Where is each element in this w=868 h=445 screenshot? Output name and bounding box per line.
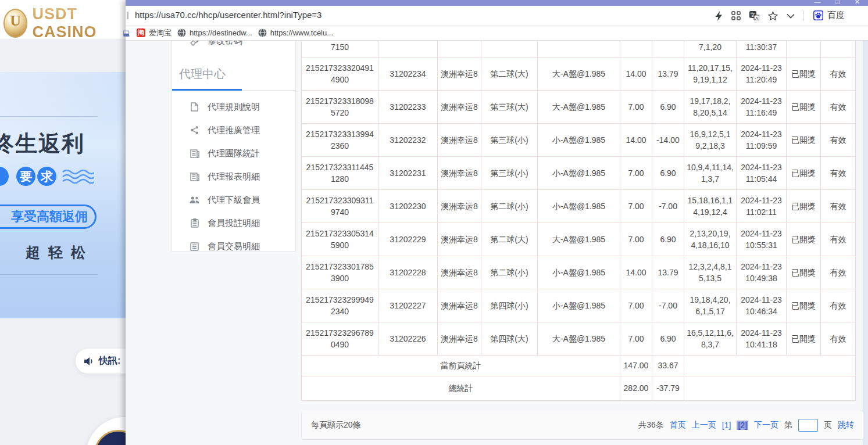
jump-suffix: 页: [824, 420, 832, 430]
cell-amount: 14.00: [620, 58, 652, 91]
cell-order: 7150: [301, 41, 378, 58]
sidebar-item[interactable]: 代理下級會員: [172, 188, 295, 211]
summary-label: 總統計: [301, 376, 620, 401]
cell-valid: 有效: [821, 157, 856, 190]
cell-time: 2024-11-23 10:55:31: [737, 223, 787, 256]
cell-game: 澳洲幸运8: [438, 58, 481, 91]
cell-status: 已開獎: [787, 256, 821, 289]
cell-winloss: -7.00: [652, 190, 684, 223]
lightning-icon[interactable]: [715, 11, 723, 21]
sidebar-item[interactable]: 會員投註明細: [172, 211, 295, 235]
cell-amount: [620, 41, 652, 58]
table-body: 2152173233204914900 31202234 澳洲幸运8 第二球(大…: [301, 58, 856, 356]
page-1-link[interactable]: [1]: [722, 421, 731, 430]
cell-status: 已開獎: [787, 91, 821, 124]
bookmark-star-icon[interactable]: [768, 11, 778, 21]
cell-time: 2024-11-23 11:09:59: [737, 124, 787, 157]
cell-order: 2152173233053145900: [301, 223, 378, 256]
cell-content: [538, 41, 620, 58]
pagination-bar: 每頁顯示20條 共36条 首页 上一页 [1] [2] 下一页 第 页 跳转: [301, 411, 864, 440]
clipped-bookmark-icon[interactable]: ⬓: [123, 28, 131, 37]
casino-logo[interactable]: U USDT CASINO: [3, 5, 126, 41]
table-row: 2152173233114451280 31202231 澳洲幸运8 第三球(小…: [301, 157, 856, 190]
wrench-icon: [190, 41, 199, 46]
page-2-current[interactable]: [2]: [737, 421, 748, 430]
search-engine-label: 百度: [827, 10, 845, 21]
cell-valid: [821, 41, 856, 58]
sidebar-clipped-item[interactable]: 修改密碼: [172, 41, 295, 49]
summary-amount: 282.00: [620, 376, 652, 401]
jump-prefix: 第: [784, 420, 792, 430]
jump-button[interactable]: 跳转: [838, 420, 854, 430]
bookmark-item[interactable]: https://www.tcelu...: [258, 28, 333, 37]
bookmark-label: 爱淘宝: [149, 28, 172, 38]
url-text[interactable]: https://usa70.cc/hhcp/usercenter.html?in…: [135, 10, 322, 20]
cell-content: 大-A盤@1.985: [538, 91, 620, 124]
cell-order: 2152173233180985720: [301, 91, 378, 124]
logo-letter: U: [5, 12, 26, 30]
cell-content: 大-A盤@1.985: [538, 58, 620, 91]
translate-icon[interactable]: 文 A: [749, 11, 759, 20]
cell-winloss: -7.00: [652, 289, 684, 322]
cell-game: 澳洲幸运8: [438, 256, 481, 289]
cell-order: 2152173233204914900: [301, 58, 378, 91]
cell-order: 2152173233114451280: [301, 157, 378, 190]
next-page-link[interactable]: 下一页: [754, 420, 778, 430]
address-bar[interactable]: https://usa70.cc/hhcp/usercenter.html?in…: [126, 6, 868, 26]
clipboard-icon: [190, 218, 199, 228]
cell-result: 19,17,18,2,8,20,5,14: [684, 91, 737, 124]
cell-play: 第二球(小): [481, 190, 538, 223]
cell-content: 小-A盤@1.985: [538, 289, 620, 322]
cell-order: 2152173232999492340: [301, 289, 378, 322]
taobao-icon: 淘: [137, 28, 145, 37]
table-row: 2152173233053145900 31202229 澳洲幸运8 第二球(大…: [301, 223, 856, 256]
jump-page-input[interactable]: [798, 419, 818, 432]
casino-window: U USDT CASINO 终生返利 要 求 享受高額返佣 超轻松: [0, 0, 126, 445]
bookmark-item[interactable]: https://destinedw...: [177, 28, 252, 37]
sidebar-item[interactable]: 代理規則說明: [172, 95, 295, 119]
cell-result: 15,18,16,1,14,19,12,4: [684, 190, 737, 223]
cell-time: 2024-11-23 10:49:38: [737, 256, 787, 289]
cell-winloss: 13.79: [652, 58, 684, 91]
cell-winloss: 6.90: [652, 322, 684, 356]
table-row-clipped: 7150 7,1,20 11:30:37: [301, 41, 856, 58]
cell-period: 31202233: [378, 91, 438, 124]
cell-order: 2152173233093119740: [301, 190, 378, 223]
cell-amount: 7.00: [620, 322, 652, 356]
prev-page-link[interactable]: 上一页: [692, 420, 716, 430]
sidebar: 修改密碼 代理中心 代理規則說明 代理推廣管理 代理團隊統計 代理報表明細 代理…: [172, 41, 296, 252]
summary-winloss: -37.79: [652, 376, 684, 401]
speaker-icon: [84, 357, 94, 366]
search-engine-chip[interactable]: 百度: [813, 10, 845, 21]
chevron-down-icon[interactable]: [787, 13, 795, 19]
floating-coin-widget[interactable]: [86, 417, 126, 445]
cell-valid: 有效: [821, 190, 856, 223]
cell-content: 大-A盤@1.985: [538, 223, 620, 256]
bookmark-item[interactable]: 淘 爱淘宝: [137, 28, 172, 38]
scrollbar[interactable]: [863, 41, 868, 445]
table-row: 2152173233204914900 31202234 澳洲幸运8 第二球(大…: [301, 58, 856, 91]
cell-play: 第三球(小): [481, 124, 538, 157]
apps-grid-icon[interactable]: [731, 11, 741, 20]
cell-time: 2024-11-23 10:41:18: [737, 322, 787, 356]
sidebar-item[interactable]: 代理團隊統計: [172, 142, 295, 165]
svg-text:A: A: [755, 16, 758, 21]
sidebar-item[interactable]: 代理報表明細: [172, 165, 295, 188]
cell-play: 第四球(大): [481, 322, 538, 356]
sidebar-item[interactable]: 會員交易明細: [172, 235, 295, 252]
close-button[interactable]: ✕: [855, 0, 860, 6]
cell-game: 澳洲幸运8: [438, 322, 481, 356]
cell-amount: 7.00: [620, 190, 652, 223]
maximize-button[interactable]: □: [835, 0, 840, 6]
cell-content: 小-A盤@1.985: [538, 256, 620, 289]
report-icon: [190, 149, 199, 159]
minimize-button[interactable]: —: [814, 0, 820, 6]
ticker-label: 快訊:: [99, 355, 120, 367]
sidebar-item[interactable]: 代理推廣管理: [172, 119, 295, 142]
cell-period: 31202230: [378, 190, 438, 223]
first-page-link[interactable]: 首页: [670, 420, 686, 430]
table-row: 2152173232999492340 31202227 澳洲幸运8 第四球(小…: [301, 289, 856, 322]
table-row: 2152173232967890490 31202226 澳洲幸运8 第四球(大…: [301, 322, 856, 356]
cell-game: 澳洲幸运8: [438, 124, 481, 157]
cell-play: 第四球(小): [481, 289, 538, 322]
